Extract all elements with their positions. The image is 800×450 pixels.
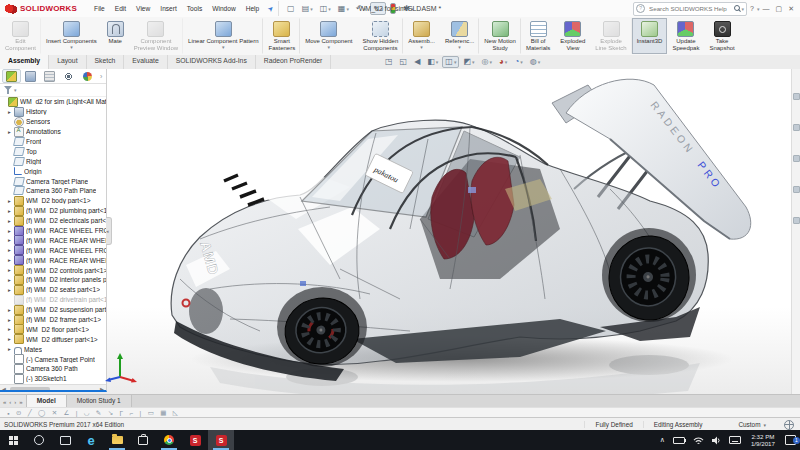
reference-geometry-button[interactable]: Referenc... ▾ [440, 18, 479, 54]
dimxpertmanager-tab[interactable] [59, 69, 78, 83]
menu-item[interactable]: Tools [182, 3, 207, 14]
tree-item-seats-part[interactable]: ▸ (f) WM_D2 seats part<1> [0, 285, 106, 295]
edge-button[interactable]: e [78, 430, 104, 450]
help-button[interactable]: ? [747, 5, 757, 12]
design-library-icon[interactable] [793, 124, 800, 131]
task-view-button[interactable] [52, 430, 78, 450]
display-style-icon[interactable]: ◩▾ [460, 56, 477, 68]
insert-components-button[interactable]: Insert Components ▾ [41, 18, 102, 54]
sketch-tool-icon[interactable]: ✎ [93, 409, 105, 417]
tree-horizontal-scrollbar[interactable]: ◀ ▶ [0, 384, 106, 392]
panel-tabs-overflow[interactable]: › [100, 73, 102, 80]
tab-nav-arrow[interactable]: « [3, 399, 6, 405]
tree-item-camera-360-path-plane[interactable]: ▸ Camera 360 Path Plane [0, 186, 106, 196]
polygon-tool-icon[interactable]: ◺ [170, 409, 181, 417]
zoom-to-fit-icon[interactable]: ◳▾ [382, 56, 396, 68]
search-box[interactable]: ? ▾ [633, 2, 747, 16]
mate-button[interactable]: Mate ▾ [102, 18, 129, 54]
custom-properties-icon[interactable] [793, 217, 800, 224]
slot-tool-icon[interactable]: ▭ [145, 409, 158, 417]
tree-item-mates[interactable]: ▸ Mates [0, 344, 106, 354]
tab-nav-arrow[interactable]: ‹ [9, 399, 11, 405]
instant3d-button[interactable]: Instant3D ▾ [632, 18, 668, 54]
edit-component-button[interactable]: Edit Component ▾ [0, 18, 41, 54]
file-explorer-pane-icon[interactable] [793, 155, 800, 162]
tree-item-3dsketch1[interactable]: ▸ (-) 3DSketch1 [0, 374, 106, 384]
edit-appearance-icon[interactable]: ◕▾ [496, 56, 510, 68]
tree-item-race-rear-wheel-2[interactable]: ▸ (f) WM_RACE REAR WHEEL 1 [0, 255, 106, 265]
configuration-selector[interactable]: Custom ▾ [738, 421, 766, 428]
line-tool-icon[interactable]: ╱ [25, 409, 35, 417]
move-component-button[interactable]: Move Component ▾ [300, 18, 357, 54]
print-icon[interactable]: ▦▾ [335, 2, 352, 15]
battery-tray-item[interactable] [669, 437, 689, 444]
tree-item-right-plane[interactable]: ▸ Right [0, 156, 106, 166]
minimize-button[interactable]: — [760, 5, 773, 12]
pin-icon[interactable]: ➤ [266, 4, 276, 14]
tree-item-history[interactable]: ▸ History [0, 107, 106, 117]
touch-keyboard-tray-item[interactable] [725, 436, 745, 444]
tree-item-camera-target-point[interactable]: ▸ (-) Camera Target Point [0, 354, 106, 364]
tree-item-body-part[interactable]: ▸ WM_D2 body part<1> [0, 196, 106, 206]
options-icon[interactable]: ✱▾ [400, 2, 416, 15]
tree-item-top-plane[interactable]: ▸ Top [0, 146, 106, 156]
tree-item-electricals-part[interactable]: ▸ (f) WM_D2 electricals part<1 [0, 216, 106, 226]
fillet-tool-icon[interactable]: ⌐ [126, 410, 136, 417]
new-motion-study-button[interactable]: New Motion Study ▾ [479, 18, 521, 54]
menu-item[interactable]: File [89, 3, 110, 14]
assembly-features-button[interactable]: Assemb... ▾ [403, 18, 440, 54]
section-view-icon[interactable]: ◧▾ [424, 56, 441, 68]
taskbar-clock[interactable]: 2:32 PM 1/9/2017 [745, 433, 781, 447]
tree-root-assembly[interactable]: ▸ WM_d2 for sim (Light<All Mate [0, 97, 106, 107]
tree-item-front-plane[interactable]: ▸ Front [0, 137, 106, 147]
select-icon[interactable]: ↖▾ [370, 2, 386, 15]
wifi-tray-item[interactable] [689, 436, 708, 445]
tree-item-floor-part[interactable]: ▸ WM_D2 floor part<1> [0, 324, 106, 334]
scroll-right-icon[interactable]: ▶ [98, 386, 106, 392]
tree-item-interior-panels-part[interactable]: ▸ (f) WM_D2 interior panels pa [0, 275, 106, 285]
corner-tool-icon[interactable]: Γ [116, 410, 126, 417]
tab-nav-arrow[interactable]: » [19, 399, 22, 405]
tab-radeon-prorender[interactable]: Radeon ProRender [256, 55, 332, 69]
tree-item-annotations[interactable]: ▸ Annotations [0, 127, 106, 137]
update-speedpak-button[interactable]: Update Speedpak ▾ [667, 18, 704, 54]
apply-scene-icon[interactable]: ◔▾ [511, 56, 525, 68]
undo-icon[interactable]: ↶▾ [353, 2, 369, 15]
close-button[interactable]: ✕ [785, 5, 797, 13]
view-orientation-icon[interactable]: ◫▾ [442, 56, 459, 68]
menu-item[interactable]: Help [241, 3, 265, 14]
displaymanager-tab[interactable] [78, 69, 97, 83]
new-document-icon[interactable]: ▢▾ [284, 2, 298, 15]
filter-caret[interactable]: ▾ [14, 87, 17, 93]
filter-icon[interactable] [4, 86, 12, 94]
circle-center-tool-icon[interactable]: ⊙ [13, 409, 25, 417]
linear-component-pattern-button[interactable]: Linear Component Pattern ▾ [183, 18, 263, 54]
trim-tool-icon[interactable]: ✕ [48, 409, 60, 417]
config-caret-icon[interactable]: ▾ [763, 422, 766, 428]
separator-2[interactable]: | [136, 410, 144, 417]
show-hidden-components-button[interactable]: Show Hidden Components ▾ [358, 18, 404, 54]
cortana-button[interactable] [26, 430, 52, 450]
action-center-button[interactable]: 1 [781, 435, 800, 445]
search-input[interactable] [647, 4, 732, 13]
menu-item[interactable]: Insert [155, 3, 182, 14]
take-snapshot-button[interactable]: Take Snapshot ▾ [704, 18, 739, 54]
tree-item-origin[interactable]: ▸ Origin [0, 166, 106, 176]
tree-item-controls-part[interactable]: ▸ (f) WM_D2 controls part<1> [0, 265, 106, 275]
tab-nav-arrow[interactable]: › [14, 399, 16, 405]
exploded-view-button[interactable]: Exploded View ▾ [555, 18, 590, 54]
point-tool-icon[interactable]: ▪ [4, 410, 13, 417]
tab-assembly[interactable]: Assembly [0, 55, 49, 69]
solidworks-resources-icon[interactable] [793, 93, 800, 100]
tree-item-race-wheel-front-2[interactable]: ▸ (f) WM_RACE WHEEL FRONT [0, 245, 106, 255]
globe-icon[interactable] [784, 420, 794, 430]
scrollbar-thumb[interactable] [10, 387, 50, 392]
solidworks-active-taskbar-button[interactable]: S [208, 430, 234, 450]
circle-tool-icon[interactable]: ◯ [35, 409, 49, 417]
appearances-pane-icon[interactable] [793, 186, 800, 193]
tree-item-race-wheel-front-1[interactable]: ▸ (f) WM_RACE WHEEL FRONT [0, 226, 106, 236]
file-explorer-button[interactable] [104, 430, 130, 450]
restore-button[interactable]: ▢ [773, 5, 786, 13]
store-button[interactable] [130, 430, 156, 450]
hide-show-items-icon[interactable]: ◎▾ [479, 56, 496, 68]
